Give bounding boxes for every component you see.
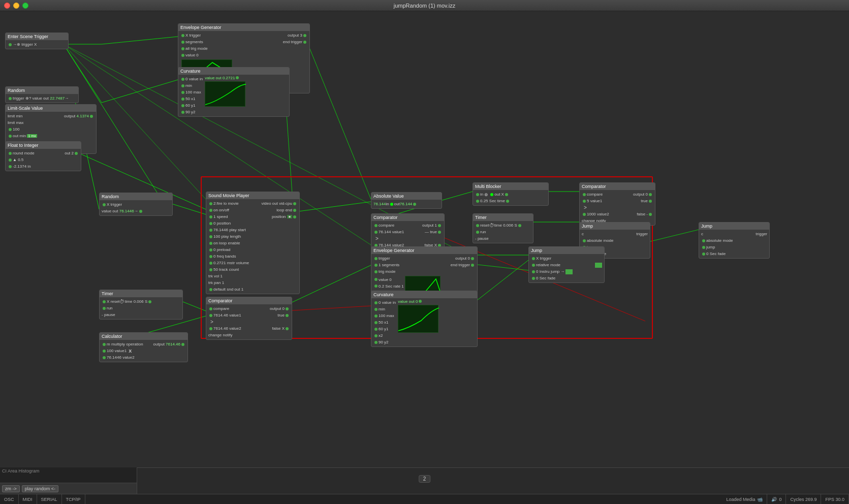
node-sound-movie-player[interactable]: Sound Movie Player 2:fire lo movievideo … (206, 192, 300, 294)
loaded-media-label: Loaded Media (726, 497, 755, 502)
node-timer-bottom-left[interactable]: Timer X reset⏱time 0.006 S run - pause (99, 290, 183, 320)
close-button[interactable] (4, 3, 10, 9)
node-jump-bottom[interactable]: Jump X trigger relative mode 0 Instru ju… (528, 246, 605, 283)
volume-icon: 🔊 (771, 497, 777, 502)
loaded-media-section: Loaded Media 📹 (722, 494, 767, 504)
node-header: Enter Scene Trigger (6, 33, 68, 40)
node-jump-far-right[interactable]: Jump ctrigger absolute mode jump 0 Sec f… (699, 222, 770, 259)
node-timer-mid[interactable]: Timer reset⏱time 0.006 S run - pause (473, 213, 533, 243)
midi-label: MIDI (23, 497, 33, 502)
node-random-top[interactable]: Random trigger ⊕? value out 22.7487→ (5, 86, 79, 103)
window-controls (4, 3, 28, 9)
histogram-label: CI Area Histogram (0, 467, 137, 475)
node-comparator-top-right[interactable]: Comparator compareoutput 0 5 value1true … (579, 182, 655, 226)
play-bar: zm -> play random <- (0, 483, 137, 494)
status-tcpip[interactable]: TCP/IP (62, 494, 85, 504)
volume-value: 0 (779, 497, 781, 502)
node-curvature-bottom[interactable]: Curvature 0 value in min 100 max 50 x1 6… (371, 291, 478, 347)
status-midi[interactable]: MIDI (19, 494, 37, 504)
histogram-area: CI Area Histogram (0, 467, 137, 483)
page-number: 2 (423, 476, 426, 482)
volume-section: 🔊 0 (767, 494, 786, 504)
node-multi-blocker[interactable]: Multi Blocker in⊕out X 0.25 Sec time (473, 182, 549, 206)
minimize-button[interactable] (13, 3, 19, 9)
node-curvature-top[interactable]: Curvature 0 value in min 100 max 50 x1 6… (178, 67, 290, 117)
node-canvas: Enter Scene Trigger →⊕ trigger X Envelop… (0, 11, 849, 479)
node-float-to-integer[interactable]: Float to Integer round modeout 2 ▲ 0.5 -… (5, 141, 81, 171)
maximize-button[interactable] (22, 3, 28, 9)
titlebar: jumpRandom (1) mov.izz (0, 0, 849, 11)
cycles-label: Cycles 269.9 (790, 497, 816, 502)
page-indicator: 2 (419, 475, 431, 483)
fps-label: FPS 30.0 (825, 497, 844, 502)
status-osc[interactable]: OSC (0, 494, 19, 504)
play-random-button[interactable]: play random <- (22, 485, 58, 492)
fps-section: FPS 30.0 (821, 494, 849, 504)
osc-label: OSC (4, 497, 14, 502)
node-enter-scene-trigger[interactable]: Enter Scene Trigger →⊕ trigger X (5, 33, 69, 49)
serial-label: SERIAL (41, 497, 57, 502)
zoom-button[interactable]: zm -> (2, 485, 20, 492)
media-icon: 📹 (757, 497, 763, 502)
cycles-section: Cycles 269.9 (786, 494, 821, 504)
node-random-mid[interactable]: Random X trigger value out 76.1446→ (99, 193, 173, 216)
statusbar: OSC MIDI SERIAL TCP/IP Loaded Media 📹 🔊 … (0, 494, 849, 504)
node-calculator[interactable]: Calculator m multiply operationoutput 76… (99, 332, 188, 362)
node-absolute-value[interactable]: Absolute Value 76.144 in out 76.144 (371, 192, 442, 209)
tcpip-label: TCP/IP (66, 497, 81, 502)
bottom-toolbar: CI Area Histogram zm -> play random <- I… (0, 467, 849, 504)
status-serial[interactable]: SERIAL (37, 494, 62, 504)
node-comparator-bottom-left[interactable]: Comparator compareoutput 0 7614.46 value… (206, 297, 292, 340)
window-title: jumpRandom (1) mov.izz (394, 3, 455, 9)
